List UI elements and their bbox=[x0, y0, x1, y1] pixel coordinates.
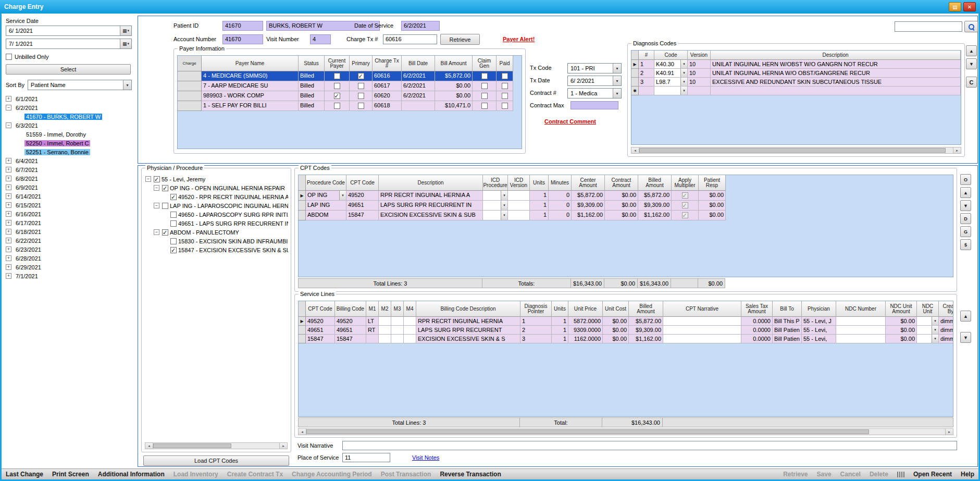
cpt-cell[interactable]: ▾ bbox=[483, 201, 508, 211]
tree-date-item[interactable]: +6/14/2021 bbox=[6, 192, 132, 201]
row-marker[interactable] bbox=[178, 81, 202, 91]
statusbar-item-open-recent[interactable]: Open Recent bbox=[913, 471, 952, 478]
cpt-cell[interactable]: $9,309.00 bbox=[638, 201, 672, 211]
checkbox[interactable] bbox=[502, 83, 508, 89]
payer-cell[interactable]: Billed bbox=[299, 101, 325, 111]
dropdown-arrow-icon[interactable]: ▾ bbox=[680, 87, 687, 95]
diagnosis-cell[interactable] bbox=[688, 87, 711, 95]
service-line-cell[interactable]: EXCISION EXCESSIVE SKIN & S bbox=[416, 335, 520, 343]
procedure-tree-item[interactable]: 49651 - LAPS SURG RPR RECURRENT IN bbox=[144, 219, 288, 228]
cpt-column-header[interactable]: Procedure Code bbox=[306, 175, 346, 191]
cpt-cell[interactable]: 0 bbox=[549, 201, 572, 211]
procedure-checkbox[interactable] bbox=[162, 203, 168, 209]
checkbox[interactable] bbox=[682, 202, 688, 208]
checkbox[interactable] bbox=[334, 103, 340, 109]
checkbox[interactable] bbox=[682, 212, 688, 218]
service-line-column-header[interactable]: Units bbox=[552, 301, 568, 317]
service-line-cell[interactable]: Bill This P bbox=[773, 317, 802, 326]
close-button[interactable]: ✕ bbox=[963, 2, 976, 11]
service-line-column-header[interactable]: CPT Narrative bbox=[663, 301, 741, 317]
service-line-cell[interactable]: 0.0000 bbox=[741, 335, 773, 343]
cpt-cell[interactable]: OP ING▾ bbox=[306, 191, 346, 201]
cpt-side-button-4[interactable]: G bbox=[960, 226, 971, 237]
cpt-cell[interactable]: $0.00 bbox=[605, 201, 638, 211]
diagnosis-cell[interactable]: 1 bbox=[639, 60, 654, 69]
cpt-cell[interactable]: 15847 bbox=[346, 211, 379, 220]
dropdown-arrow-icon[interactable]: ▾ bbox=[680, 69, 687, 77]
scroll-right-icon[interactable]: ▸ bbox=[953, 147, 961, 153]
cpt-side-button-3[interactable]: D bbox=[960, 213, 971, 224]
cpt-cell[interactable]: ▾ bbox=[483, 211, 508, 220]
diagnosis-cell[interactable]: 10 bbox=[688, 60, 711, 69]
row-marker[interactable] bbox=[178, 91, 202, 101]
service-line-cell[interactable]: $5,872.00 bbox=[629, 317, 663, 326]
service-line-cell[interactable]: $0.00 bbox=[603, 317, 629, 326]
procedure-tree-item[interactable]: 49650 - LAPAROSCOPY SURG RPR INITIA bbox=[144, 210, 288, 219]
payer-column-header[interactable]: Bill Amount bbox=[435, 56, 473, 71]
tree-date-item[interactable]: −6/2/2021 bbox=[6, 103, 132, 112]
checkbox[interactable] bbox=[502, 93, 508, 99]
service-line-cell[interactable] bbox=[663, 317, 741, 326]
row-marker[interactable] bbox=[299, 211, 306, 220]
service-line-cell[interactable]: ▾ bbox=[917, 326, 939, 335]
unbilled-only-checkbox[interactable] bbox=[6, 54, 12, 60]
diagnosis-h-scrollbar[interactable]: ◂ ▸ bbox=[631, 147, 961, 154]
tree-expander-icon[interactable]: − bbox=[6, 122, 11, 128]
service-line-cell[interactable] bbox=[379, 317, 391, 326]
cpt-cell[interactable]: EXCISION EXCESSIVE SKIN & SUB bbox=[379, 211, 483, 220]
service-line-cell[interactable]: $9,309.00 bbox=[629, 326, 663, 335]
scrollbar-thumb[interactable] bbox=[639, 148, 946, 153]
contract-comment-link[interactable]: Contract Comment bbox=[544, 118, 596, 125]
payer-cell[interactable] bbox=[497, 101, 513, 111]
visit-narrative-input[interactable] bbox=[342, 441, 957, 450]
service-line-cell[interactable]: 49651 bbox=[335, 326, 366, 335]
diagnosis-column-header[interactable]: # bbox=[639, 51, 654, 60]
tree-expander-icon[interactable]: + bbox=[6, 238, 11, 243]
cpt-column-header[interactable]: Contract Amount bbox=[605, 175, 638, 191]
scrollbar-thumb[interactable] bbox=[153, 443, 231, 448]
payer-cell[interactable] bbox=[473, 71, 497, 81]
procedure-tree-item[interactable]: −55 - Levi, Jeremy bbox=[144, 175, 288, 183]
procedure-checkbox[interactable] bbox=[162, 185, 168, 191]
service-line-cell[interactable] bbox=[663, 326, 741, 335]
service-side-button-0[interactable]: ▲ bbox=[960, 311, 971, 322]
payer-cell[interactable] bbox=[473, 81, 497, 91]
service-line-cell[interactable]: RT bbox=[366, 326, 379, 335]
service-line-cell[interactable] bbox=[379, 335, 391, 343]
cpt-column-header[interactable]: Billed Amount bbox=[638, 175, 672, 191]
procedure-checkbox[interactable] bbox=[170, 194, 177, 200]
service-lines-h-scrollbar[interactable]: ◂ ▸ bbox=[298, 428, 953, 435]
tree-date-item[interactable]: +6/28/2021 bbox=[6, 254, 132, 263]
dropdown-arrow-icon[interactable]: ▾ bbox=[501, 211, 507, 220]
procedure-checkbox[interactable] bbox=[162, 229, 168, 236]
service-line-column-header[interactable]: Billing Code Description bbox=[416, 301, 520, 317]
row-marker[interactable] bbox=[178, 101, 202, 111]
tree-expander-icon[interactable]: + bbox=[6, 255, 11, 261]
cpt-cell[interactable]: $5,872.00 bbox=[638, 191, 672, 201]
payer-cell[interactable] bbox=[350, 101, 373, 111]
service-side-button-1[interactable]: ▼ bbox=[960, 332, 971, 343]
service-line-cell[interactable] bbox=[836, 317, 886, 326]
payer-cell[interactable]: 60617 bbox=[373, 81, 402, 91]
dropdown-arrow-icon[interactable]: ▾ bbox=[680, 78, 687, 86]
cpt-cell[interactable]: 0 bbox=[549, 211, 572, 220]
dropdown-arrow-icon[interactable]: ▾ bbox=[501, 191, 507, 200]
service-line-cell[interactable]: $0.00 bbox=[603, 335, 629, 343]
diagnosis-side-button-0[interactable]: ▲ bbox=[966, 45, 977, 56]
row-marker[interactable] bbox=[178, 71, 202, 81]
window-amber-button[interactable]: ▤ bbox=[949, 2, 961, 11]
tree-date-item[interactable]: +6/16/2021 bbox=[6, 209, 132, 218]
service-line-cell[interactable]: 1 bbox=[552, 335, 568, 343]
diagnosis-cell[interactable]: K40.91▾ bbox=[654, 69, 688, 78]
service-line-cell[interactable]: 9309.0000 bbox=[568, 326, 603, 335]
checkbox[interactable] bbox=[334, 83, 340, 89]
service-line-cell[interactable]: 1 bbox=[552, 317, 568, 326]
payer-column-header[interactable]: Paid bbox=[497, 56, 513, 71]
service-line-cell[interactable]: 15847 bbox=[335, 335, 366, 343]
service-line-cell[interactable]: 49520 bbox=[335, 317, 366, 326]
statusbar-item-cancel[interactable]: Cancel bbox=[840, 471, 861, 478]
diagnosis-cell[interactable]: K40.30▾ bbox=[654, 60, 688, 69]
cpt-cell[interactable]: $9,309.00 bbox=[572, 201, 605, 211]
service-line-column-header[interactable]: NDC Number bbox=[836, 301, 886, 317]
diagnosis-cell[interactable]: UNILAT INGUINAL HERNIA W/O OBST/GANGRENE… bbox=[711, 69, 961, 78]
